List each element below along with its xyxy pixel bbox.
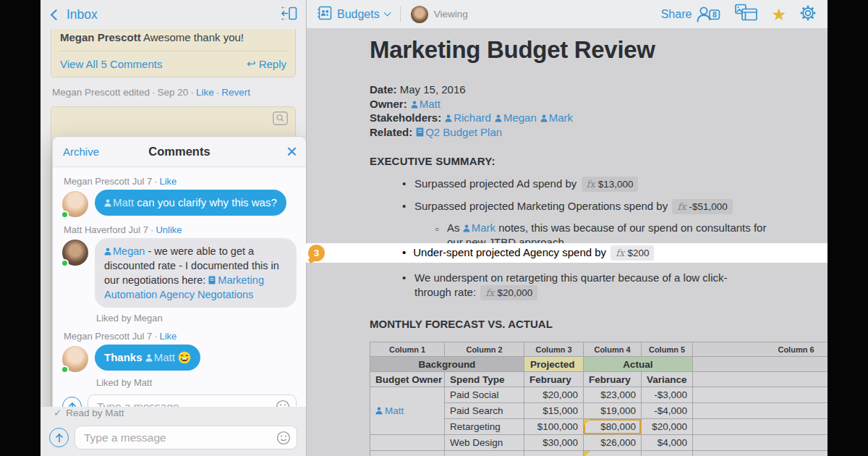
- revert-link[interactable]: Revert: [221, 87, 250, 98]
- owner-cell[interactable]: Matt: [370, 387, 445, 435]
- reply-button[interactable]: ↩Reply: [247, 57, 286, 70]
- column-header[interactable]: Column 4: [584, 342, 642, 357]
- field-variance[interactable]: Variance: [642, 372, 693, 387]
- message-date: Jul 7: [132, 331, 152, 342]
- related-document-link[interactable]: Q2 Budget Plan: [416, 126, 502, 138]
- projected-cell[interactable]: $30,000: [524, 435, 584, 451]
- favorite-star-icon[interactable]: ★: [771, 7, 786, 22]
- highlighted-section[interactable]: Under-spent projected Agency spend by fx…: [301, 243, 827, 263]
- group-projected[interactable]: Projected: [524, 357, 584, 372]
- spend-type-cell[interactable]: Paid Search: [445, 403, 524, 419]
- like-link[interactable]: Like: [159, 176, 176, 187]
- formula-chip[interactable]: fx$13,000: [582, 177, 639, 192]
- variance-cell[interactable]: [642, 451, 693, 456]
- formula-chip[interactable]: fx-$51,000: [672, 199, 732, 214]
- projected-cell[interactable]: $100,000: [524, 419, 584, 435]
- back-inbox-button[interactable]: Inbox: [67, 7, 98, 22]
- variance-cell[interactable]: -$4,000: [642, 403, 693, 419]
- comments-list: Megan Prescott Jul 7·Like Matt can you c…: [53, 167, 306, 388]
- field-empty[interactable]: [693, 372, 828, 387]
- column-header[interactable]: Column 2: [445, 342, 524, 357]
- actual-cell[interactable]: $26,000: [584, 435, 642, 451]
- collapse-panel-icon[interactable]: [281, 7, 297, 23]
- variance-cell[interactable]: $4,000: [642, 435, 693, 451]
- meta-date-row: Date: May 15, 2016: [370, 83, 827, 97]
- actual-cell-commented[interactable]: $80,000: [584, 419, 642, 435]
- variance-cell[interactable]: -$3,000: [642, 387, 693, 403]
- group-empty[interactable]: [693, 357, 828, 372]
- mention-megan[interactable]: Megan: [495, 111, 537, 124]
- bullet-retargeting[interactable]: We underspent on retargeting this quarte…: [402, 271, 748, 300]
- group-background[interactable]: Background: [370, 357, 524, 372]
- owner-cell[interactable]: [370, 435, 445, 451]
- field-spend-type[interactable]: Spend Type: [445, 372, 524, 387]
- mention-matt[interactable]: Matt: [104, 196, 134, 208]
- send-arrow-icon[interactable]: [49, 428, 69, 447]
- field-projected-february[interactable]: February: [524, 372, 584, 387]
- message-meta: Megan Prescott Jul 7·Like: [64, 176, 297, 187]
- executive-summary-heading: EXECUTIVE SUMMARY:: [370, 155, 827, 167]
- field-actual-february[interactable]: February: [584, 372, 642, 387]
- column-header[interactable]: Column 3: [524, 342, 584, 357]
- empty-cell[interactable]: [693, 435, 828, 451]
- projected-cell[interactable]: $15,000: [524, 403, 584, 419]
- sidebar-message-input[interactable]: [75, 426, 297, 449]
- document-pane: Budgets Viewing Share 8 ★ Marketing Budg…: [307, 0, 827, 456]
- like-link[interactable]: Like: [159, 331, 176, 342]
- group-actual[interactable]: Actual: [584, 357, 693, 372]
- forecast-table[interactable]: Column 1 Column 2 Column 3 Column 4 Colu…: [370, 342, 827, 456]
- chat-bubble[interactable]: Matt can you clarify why this was?: [95, 190, 286, 216]
- empty-cell[interactable]: [693, 451, 828, 456]
- meta-date-value: May 15, 2016: [400, 83, 466, 96]
- settings-gear-icon[interactable]: [800, 5, 816, 24]
- column-header[interactable]: Column 1: [370, 342, 445, 357]
- bullet-marketing-ops[interactable]: Surpassed projected Marketing Operations…: [402, 198, 827, 214]
- chevron-down-icon: [383, 9, 391, 17]
- bullet-agency-spend[interactable]: Under-spent projected Agency spend by fx…: [402, 245, 654, 261]
- field-header-row: Budget Owner Spend Type February Februar…: [370, 372, 828, 387]
- bullet-ad-spend[interactable]: Surpassed projected Ad spend by fx$13,00…: [402, 176, 827, 192]
- archive-button[interactable]: Archive: [63, 145, 99, 158]
- owner-cell[interactable]: [370, 451, 445, 456]
- field-budget-owner[interactable]: Budget Owner: [370, 372, 445, 387]
- document-title[interactable]: Marketing Budget Review: [370, 35, 827, 65]
- column-header[interactable]: Column 6: [693, 342, 828, 357]
- mention-mark[interactable]: Mark: [540, 111, 573, 124]
- spend-type-cell[interactable]: Web Design: [445, 435, 524, 451]
- comment-count-badge[interactable]: 3: [308, 245, 325, 261]
- actual-cell-commented[interactable]: [584, 451, 642, 456]
- column-header[interactable]: Column 5: [642, 342, 693, 357]
- formula-chip[interactable]: fx$200: [610, 245, 654, 261]
- mention-matt[interactable]: Matt: [145, 351, 175, 363]
- edit-activity-row: Megan Prescott edited·Sep 20·Like·Revert: [52, 87, 294, 98]
- chat-bubble[interactable]: Thanks Matt: [95, 345, 200, 371]
- view-all-comments-link[interactable]: View All 5 Comments: [60, 58, 162, 70]
- actual-cell[interactable]: $23,000: [584, 387, 642, 403]
- projected-cell[interactable]: $20,000: [524, 387, 584, 403]
- mention-matt[interactable]: Matt: [411, 98, 441, 110]
- empty-cell[interactable]: [693, 403, 828, 419]
- projected-cell[interactable]: [524, 451, 584, 456]
- budgets-folder-button[interactable]: Budgets: [317, 6, 390, 23]
- back-chevron-icon[interactable]: [51, 9, 62, 21]
- empty-cell[interactable]: [693, 387, 828, 403]
- viewer-avatar[interactable]: [411, 6, 428, 23]
- actual-cell[interactable]: $19,000: [584, 403, 642, 419]
- close-icon[interactable]: ×: [286, 140, 297, 163]
- like-link[interactable]: Like: [196, 87, 214, 98]
- emoji-picker-icon[interactable]: [276, 431, 291, 448]
- variance-cell[interactable]: $20,000: [642, 419, 693, 435]
- share-button[interactable]: Share 8: [661, 5, 722, 23]
- comment-thread-card[interactable]: Megan Prescott Awesome thank you! View A…: [51, 29, 296, 77]
- spend-type-cell[interactable]: [445, 451, 524, 456]
- spend-type-cell[interactable]: Retargeting: [445, 419, 524, 435]
- present-slides-icon[interactable]: [735, 4, 757, 25]
- chat-bubble[interactable]: Megan - we were able to get a discounted…: [95, 238, 297, 308]
- mention-megan[interactable]: Megan: [104, 245, 145, 257]
- empty-cell[interactable]: [693, 419, 828, 435]
- mention-richard[interactable]: Richard: [445, 111, 491, 124]
- formula-chip[interactable]: fx$20,000: [480, 285, 537, 300]
- unlike-link[interactable]: Unlike: [156, 224, 182, 235]
- mention-mark[interactable]: Mark: [463, 221, 495, 234]
- spend-type-cell[interactable]: Paid Social: [445, 387, 524, 403]
